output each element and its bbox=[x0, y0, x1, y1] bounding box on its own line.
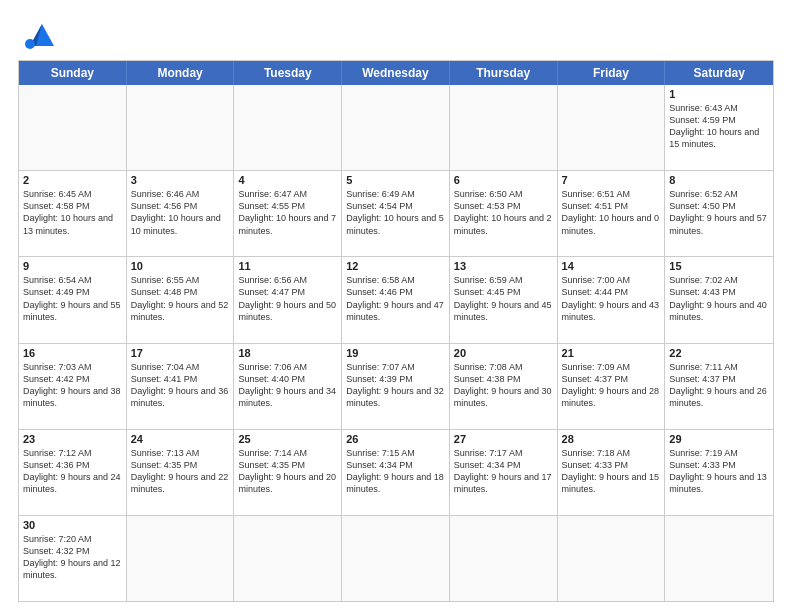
calendar-cell: 18Sunrise: 7:06 AM Sunset: 4:40 PM Dayli… bbox=[234, 344, 342, 429]
calendar-row-3: 16Sunrise: 7:03 AM Sunset: 4:42 PM Dayli… bbox=[19, 343, 773, 429]
calendar-cell: 23Sunrise: 7:12 AM Sunset: 4:36 PM Dayli… bbox=[19, 430, 127, 515]
calendar-cell: 30Sunrise: 7:20 AM Sunset: 4:32 PM Dayli… bbox=[19, 516, 127, 601]
day-info: Sunrise: 7:12 AM Sunset: 4:36 PM Dayligh… bbox=[23, 447, 122, 496]
day-number: 17 bbox=[131, 347, 230, 359]
day-number: 5 bbox=[346, 174, 445, 186]
calendar-cell: 11Sunrise: 6:56 AM Sunset: 4:47 PM Dayli… bbox=[234, 257, 342, 342]
day-info: Sunrise: 7:13 AM Sunset: 4:35 PM Dayligh… bbox=[131, 447, 230, 496]
day-number: 27 bbox=[454, 433, 553, 445]
day-number: 23 bbox=[23, 433, 122, 445]
calendar-cell: 5Sunrise: 6:49 AM Sunset: 4:54 PM Daylig… bbox=[342, 171, 450, 256]
calendar-cell bbox=[234, 85, 342, 170]
calendar-cell: 16Sunrise: 7:03 AM Sunset: 4:42 PM Dayli… bbox=[19, 344, 127, 429]
header-day-tuesday: Tuesday bbox=[234, 61, 342, 85]
day-info: Sunrise: 6:51 AM Sunset: 4:51 PM Dayligh… bbox=[562, 188, 661, 237]
calendar-cell: 8Sunrise: 6:52 AM Sunset: 4:50 PM Daylig… bbox=[665, 171, 773, 256]
calendar-cell: 19Sunrise: 7:07 AM Sunset: 4:39 PM Dayli… bbox=[342, 344, 450, 429]
day-info: Sunrise: 6:52 AM Sunset: 4:50 PM Dayligh… bbox=[669, 188, 769, 237]
day-info: Sunrise: 6:45 AM Sunset: 4:58 PM Dayligh… bbox=[23, 188, 122, 237]
day-number: 29 bbox=[669, 433, 769, 445]
day-info: Sunrise: 6:46 AM Sunset: 4:56 PM Dayligh… bbox=[131, 188, 230, 237]
calendar-cell: 10Sunrise: 6:55 AM Sunset: 4:48 PM Dayli… bbox=[127, 257, 235, 342]
calendar-cell: 17Sunrise: 7:04 AM Sunset: 4:41 PM Dayli… bbox=[127, 344, 235, 429]
day-number: 10 bbox=[131, 260, 230, 272]
day-number: 2 bbox=[23, 174, 122, 186]
day-number: 24 bbox=[131, 433, 230, 445]
calendar-header: SundayMondayTuesdayWednesdayThursdayFrid… bbox=[19, 61, 773, 85]
calendar-cell: 28Sunrise: 7:18 AM Sunset: 4:33 PM Dayli… bbox=[558, 430, 666, 515]
day-info: Sunrise: 6:54 AM Sunset: 4:49 PM Dayligh… bbox=[23, 274, 122, 323]
day-number: 28 bbox=[562, 433, 661, 445]
day-number: 14 bbox=[562, 260, 661, 272]
calendar-cell: 6Sunrise: 6:50 AM Sunset: 4:53 PM Daylig… bbox=[450, 171, 558, 256]
day-info: Sunrise: 6:55 AM Sunset: 4:48 PM Dayligh… bbox=[131, 274, 230, 323]
calendar-cell bbox=[450, 85, 558, 170]
day-number: 30 bbox=[23, 519, 122, 531]
day-number: 19 bbox=[346, 347, 445, 359]
day-number: 12 bbox=[346, 260, 445, 272]
calendar-cell bbox=[342, 85, 450, 170]
page: SundayMondayTuesdayWednesdayThursdayFrid… bbox=[0, 0, 792, 612]
header-day-monday: Monday bbox=[127, 61, 235, 85]
calendar-cell bbox=[127, 516, 235, 601]
day-info: Sunrise: 7:20 AM Sunset: 4:32 PM Dayligh… bbox=[23, 533, 122, 582]
calendar-cell: 13Sunrise: 6:59 AM Sunset: 4:45 PM Dayli… bbox=[450, 257, 558, 342]
calendar-cell: 22Sunrise: 7:11 AM Sunset: 4:37 PM Dayli… bbox=[665, 344, 773, 429]
header bbox=[18, 18, 774, 50]
calendar-cell: 15Sunrise: 7:02 AM Sunset: 4:43 PM Dayli… bbox=[665, 257, 773, 342]
day-info: Sunrise: 7:17 AM Sunset: 4:34 PM Dayligh… bbox=[454, 447, 553, 496]
day-info: Sunrise: 7:00 AM Sunset: 4:44 PM Dayligh… bbox=[562, 274, 661, 323]
day-number: 6 bbox=[454, 174, 553, 186]
calendar-cell bbox=[127, 85, 235, 170]
calendar-row-5: 30Sunrise: 7:20 AM Sunset: 4:32 PM Dayli… bbox=[19, 515, 773, 601]
day-info: Sunrise: 6:47 AM Sunset: 4:55 PM Dayligh… bbox=[238, 188, 337, 237]
day-number: 7 bbox=[562, 174, 661, 186]
day-info: Sunrise: 7:04 AM Sunset: 4:41 PM Dayligh… bbox=[131, 361, 230, 410]
day-info: Sunrise: 6:43 AM Sunset: 4:59 PM Dayligh… bbox=[669, 102, 769, 151]
calendar-cell: 9Sunrise: 6:54 AM Sunset: 4:49 PM Daylig… bbox=[19, 257, 127, 342]
calendar: SundayMondayTuesdayWednesdayThursdayFrid… bbox=[18, 60, 774, 602]
calendar-cell bbox=[665, 516, 773, 601]
day-number: 25 bbox=[238, 433, 337, 445]
calendar-cell: 14Sunrise: 7:00 AM Sunset: 4:44 PM Dayli… bbox=[558, 257, 666, 342]
calendar-cell bbox=[558, 85, 666, 170]
day-number: 3 bbox=[131, 174, 230, 186]
day-info: Sunrise: 7:07 AM Sunset: 4:39 PM Dayligh… bbox=[346, 361, 445, 410]
day-number: 1 bbox=[669, 88, 769, 100]
day-number: 8 bbox=[669, 174, 769, 186]
calendar-cell: 29Sunrise: 7:19 AM Sunset: 4:33 PM Dayli… bbox=[665, 430, 773, 515]
header-day-friday: Friday bbox=[558, 61, 666, 85]
day-info: Sunrise: 7:09 AM Sunset: 4:37 PM Dayligh… bbox=[562, 361, 661, 410]
day-number: 22 bbox=[669, 347, 769, 359]
calendar-cell: 7Sunrise: 6:51 AM Sunset: 4:51 PM Daylig… bbox=[558, 171, 666, 256]
calendar-cell bbox=[19, 85, 127, 170]
svg-point-2 bbox=[25, 39, 35, 49]
day-number: 11 bbox=[238, 260, 337, 272]
calendar-cell: 4Sunrise: 6:47 AM Sunset: 4:55 PM Daylig… bbox=[234, 171, 342, 256]
day-info: Sunrise: 7:08 AM Sunset: 4:38 PM Dayligh… bbox=[454, 361, 553, 410]
day-info: Sunrise: 7:06 AM Sunset: 4:40 PM Dayligh… bbox=[238, 361, 337, 410]
calendar-cell bbox=[234, 516, 342, 601]
header-day-sunday: Sunday bbox=[19, 61, 127, 85]
calendar-body: 1Sunrise: 6:43 AM Sunset: 4:59 PM Daylig… bbox=[19, 85, 773, 601]
logo bbox=[18, 18, 58, 50]
day-number: 21 bbox=[562, 347, 661, 359]
day-info: Sunrise: 6:58 AM Sunset: 4:46 PM Dayligh… bbox=[346, 274, 445, 323]
calendar-cell bbox=[450, 516, 558, 601]
day-number: 4 bbox=[238, 174, 337, 186]
day-info: Sunrise: 7:18 AM Sunset: 4:33 PM Dayligh… bbox=[562, 447, 661, 496]
calendar-cell: 21Sunrise: 7:09 AM Sunset: 4:37 PM Dayli… bbox=[558, 344, 666, 429]
calendar-cell bbox=[342, 516, 450, 601]
calendar-row-2: 9Sunrise: 6:54 AM Sunset: 4:49 PM Daylig… bbox=[19, 256, 773, 342]
calendar-cell: 1Sunrise: 6:43 AM Sunset: 4:59 PM Daylig… bbox=[665, 85, 773, 170]
calendar-cell bbox=[558, 516, 666, 601]
calendar-cell: 20Sunrise: 7:08 AM Sunset: 4:38 PM Dayli… bbox=[450, 344, 558, 429]
day-info: Sunrise: 6:56 AM Sunset: 4:47 PM Dayligh… bbox=[238, 274, 337, 323]
calendar-cell: 2Sunrise: 6:45 AM Sunset: 4:58 PM Daylig… bbox=[19, 171, 127, 256]
day-number: 13 bbox=[454, 260, 553, 272]
day-number: 18 bbox=[238, 347, 337, 359]
day-info: Sunrise: 7:19 AM Sunset: 4:33 PM Dayligh… bbox=[669, 447, 769, 496]
calendar-cell: 12Sunrise: 6:58 AM Sunset: 4:46 PM Dayli… bbox=[342, 257, 450, 342]
day-info: Sunrise: 6:59 AM Sunset: 4:45 PM Dayligh… bbox=[454, 274, 553, 323]
day-number: 9 bbox=[23, 260, 122, 272]
